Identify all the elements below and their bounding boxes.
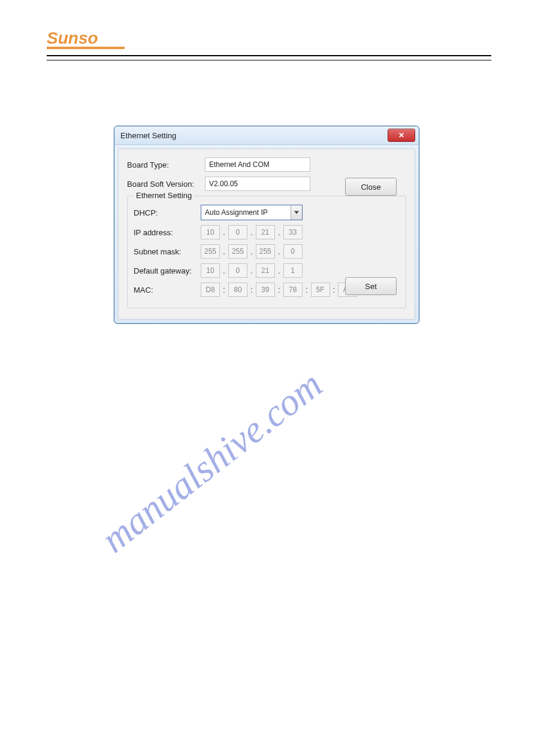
subnet-octet-2[interactable]: 255 <box>228 244 247 259</box>
ip-octet-1[interactable]: 10 <box>201 225 220 239</box>
ip-octet-2[interactable]: 0 <box>228 225 247 239</box>
set-button[interactable]: Set <box>345 277 397 295</box>
ethernet-setting-dialog: Ethernet Setting ✕ Board Type: Ethernet … <box>114 126 419 324</box>
dot-sep: . <box>222 247 226 256</box>
dot-sep: . <box>250 227 253 237</box>
group-title: Ethernet Setting <box>134 191 194 200</box>
close-icon: ✕ <box>398 131 404 139</box>
subnet-octet-1[interactable]: 255 <box>201 244 220 259</box>
board-type-label: Board Type: <box>127 160 205 169</box>
mac-octet-4[interactable]: 78 <box>283 283 303 297</box>
colon-sep: : <box>222 285 226 294</box>
subnet-octet-3[interactable]: 255 <box>256 244 275 259</box>
gateway-octet-3[interactable]: 21 <box>256 263 275 278</box>
subnet-octet-4[interactable]: 0 <box>283 244 303 259</box>
ip-octet-3[interactable]: 21 <box>256 225 275 239</box>
dot-sep: . <box>250 266 253 275</box>
board-soft-version-value: V2.00.05 <box>209 180 238 188</box>
dot-sep: . <box>250 247 253 256</box>
dhcp-label: DHCP: <box>134 208 201 217</box>
watermark-text: manualshive.com <box>93 362 331 561</box>
mac-label: MAC: <box>134 286 201 294</box>
dialog-title: Ethernet Setting <box>120 131 176 140</box>
default-gateway-label: Default gateway: <box>134 266 201 275</box>
mac-octet-1[interactable]: D8 <box>201 283 220 297</box>
set-button-label: Set <box>365 282 377 291</box>
window-close-button[interactable]: ✕ <box>388 129 415 142</box>
gateway-octet-2[interactable]: 0 <box>228 263 247 278</box>
colon-sep: : <box>333 285 336 294</box>
dot-sep: . <box>277 247 281 256</box>
mac-octet-2[interactable]: 80 <box>228 283 247 297</box>
ip-octet-4[interactable]: 33 <box>283 225 303 239</box>
mac-octet-3[interactable]: 39 <box>256 283 275 297</box>
dot-sep: . <box>222 227 226 237</box>
colon-sep: : <box>250 285 253 294</box>
brand-logo: Sunso <box>47 24 125 55</box>
board-soft-version-field[interactable]: V2.00.05 <box>205 177 310 191</box>
gateway-octet-1[interactable]: 10 <box>201 263 220 278</box>
board-type-field[interactable]: Ethernet And COM <box>205 157 310 172</box>
header-rule <box>47 55 491 60</box>
close-button[interactable]: Close <box>345 178 397 196</box>
mac-octet-5[interactable]: 5F <box>311 283 330 297</box>
chevron-down-icon <box>291 205 302 220</box>
dialog-titlebar: Ethernet Setting ✕ <box>114 126 419 145</box>
dhcp-combobox[interactable]: Auto Assignment IP <box>201 205 303 220</box>
board-type-value: Ethernet And COM <box>209 160 270 169</box>
subnet-mask-label: Subnet mask: <box>134 247 201 256</box>
dhcp-selected-value: Auto Assignment IP <box>201 205 291 220</box>
svg-text:Sunso: Sunso <box>47 29 98 47</box>
ip-address-label: IP address: <box>134 228 201 237</box>
gateway-octet-4[interactable]: 1 <box>283 263 303 278</box>
close-button-label: Close <box>361 183 380 192</box>
dot-sep: . <box>277 266 281 275</box>
colon-sep: : <box>277 285 281 294</box>
colon-sep: : <box>305 285 309 294</box>
dot-sep: . <box>277 227 281 237</box>
board-soft-version-label: Board Soft Version: <box>127 180 205 189</box>
dot-sep: . <box>222 266 226 275</box>
